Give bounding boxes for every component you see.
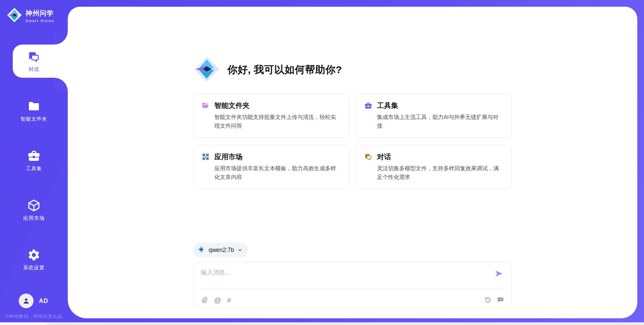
attachment-icon[interactable]: [201, 297, 208, 304]
send-icon[interactable]: [494, 269, 503, 279]
folder-icon: [27, 100, 41, 113]
model-name: qwen2:7b: [209, 247, 234, 254]
history-icon[interactable]: [484, 296, 491, 304]
sidebar-item-label: 应用市场: [23, 215, 45, 221]
greeting: 你好, 我可以如何帮助你?: [193, 7, 512, 84]
brand-name: 神州问学: [25, 9, 54, 18]
card-title: 应用市场: [214, 152, 243, 161]
avatar: [19, 294, 34, 308]
hashtag-icon[interactable]: #: [227, 297, 231, 304]
card-app-market[interactable]: 应用市场 应用市场提供丰富长文本模板，助力高效生成多样化文章内容: [193, 145, 349, 189]
mention-icon[interactable]: @: [214, 297, 221, 304]
card-smart-folder[interactable]: 智能文件夹 智能文件夹功能支持批量文件上传与清洗，轻松实现文件问答: [193, 94, 349, 138]
main-content: 你好, 我可以如何帮助你? 智能文件夹 智能文件夹功能支持批量文件上传与清洗，轻…: [68, 7, 637, 318]
composer-toolbar: @ #: [201, 296, 504, 304]
grid-icon: [202, 153, 210, 161]
user-profile[interactable]: AD: [19, 294, 48, 308]
sidebar-item-chat[interactable]: 对话: [0, 45, 68, 78]
cube-icon: [27, 199, 41, 212]
chat-icon: [364, 153, 372, 161]
chevron-down-icon: [237, 248, 243, 253]
sidebar-item-smart-folder[interactable]: 智能文件夹: [0, 94, 68, 127]
greeting-text: 你好, 我可以如何帮助你?: [227, 63, 342, 77]
sidebar-nav: 对话 智能文件夹 工具集: [0, 45, 68, 292]
sidebar-item-label: 系统设置: [23, 265, 45, 271]
chat-bubble-icon[interactable]: [497, 296, 504, 304]
sidebar-item-toolbox[interactable]: 工具集: [0, 144, 68, 177]
feature-cards: 智能文件夹 智能文件夹功能支持批量文件上传与清洗，轻松实现文件问答 工具集 集成…: [193, 94, 512, 189]
folder-open-icon: [202, 102, 210, 110]
tab-curve-top: [54, 31, 68, 45]
message-input[interactable]: 输入消息...: [201, 268, 488, 276]
sidebar-item-settings[interactable]: 系统设置: [0, 243, 68, 276]
card-title: 智能文件夹: [214, 101, 250, 110]
card-description: 应用市场提供丰富长文本模板，助力高效生成多样化文章内容: [214, 164, 341, 181]
message-composer: 输入消息... @ #: [193, 262, 512, 308]
toolbox-icon: [27, 149, 41, 162]
card-description: 灵活切换多模型文件，支持多样回复效果调试，满足个性化需求: [377, 164, 503, 181]
brand-tagline: Smart Vision: [25, 19, 54, 23]
copyright-footer: ©神州数码 · 神州问学出品: [5, 314, 62, 320]
brand: 神州问学 Smart Vision: [7, 7, 54, 24]
assistant-diamond-logo-icon: [193, 56, 220, 84]
card-description: 智能文件夹功能支持批量文件上传与清洗，轻松实现文件问答: [214, 113, 341, 130]
composer-divider: [198, 288, 507, 289]
toolbox-icon: [364, 102, 372, 110]
card-description: 集成市场上主流工具，助力AI与外界无缝扩展与对接: [377, 113, 503, 130]
card-toolbox[interactable]: 工具集 集成市场上主流工具，助力AI与外界无缝扩展与对接: [356, 94, 512, 138]
model-diamond-logo-icon: [197, 245, 205, 255]
sidebar-item-app-market[interactable]: 应用市场: [0, 193, 68, 226]
horizontal-scrollbar[interactable]: [0, 322, 644, 325]
sidebar-item-label: 工具集: [26, 166, 42, 172]
sidebar: 神州问学 Smart Vision 对话 智能文件夹: [0, 0, 68, 325]
brand-diamond-logo-icon: [7, 7, 22, 24]
model-selector[interactable]: qwen2:7b: [193, 243, 248, 257]
scrollbar-thumb[interactable]: [0, 322, 47, 325]
card-chat[interactable]: 对话 灵活切换多模型文件，支持多样回复效果调试，满足个性化需求: [356, 145, 512, 189]
card-title: 工具集: [377, 101, 398, 110]
tab-curve-bottom: [54, 78, 68, 91]
sidebar-item-label: 智能文件夹: [20, 116, 47, 122]
user-initials: AD: [39, 298, 48, 305]
chat-icon: [27, 50, 41, 63]
card-title: 对话: [377, 152, 391, 161]
gear-icon: [27, 248, 41, 262]
sidebar-item-label: 对话: [29, 66, 39, 73]
